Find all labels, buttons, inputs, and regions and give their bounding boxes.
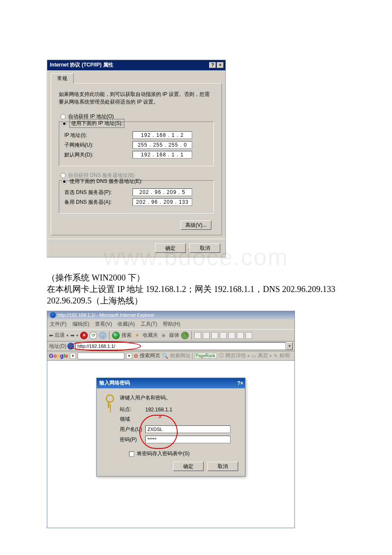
close-button[interactable]: × (217, 62, 224, 68)
mail-icon[interactable] (194, 332, 201, 339)
menu-file[interactable]: 文件(F) (50, 321, 66, 327)
separator (109, 331, 110, 340)
menu-favorites[interactable]: 收藏(A) (118, 321, 135, 327)
google-logo[interactable]: Google (49, 353, 68, 359)
google-search-web[interactable]: 搜索网页 (140, 352, 160, 359)
info-icon[interactable]: ⓘ (219, 352, 224, 359)
toolbar-favorites-label[interactable]: 收藏夹 (143, 332, 158, 339)
separator (192, 353, 193, 359)
auth-prompt: 请键入用户名和密码。 (120, 394, 238, 402)
google-dropdown[interactable]: ▼ (70, 353, 76, 359)
doc-line1: （操作系统 WIN2000 下） (47, 273, 145, 282)
menu-edit[interactable]: 编辑(E) (72, 321, 89, 327)
encoding-icon[interactable] (228, 332, 235, 339)
discuss-icon[interactable] (220, 332, 227, 339)
menu-tools[interactable]: 工具(T) (141, 321, 157, 327)
media-icon[interactable]: ◉ (160, 332, 167, 339)
forward-button[interactable]: ➡ (70, 332, 75, 338)
back-button[interactable]: ⬅后退 (49, 332, 65, 339)
dropdown-icon[interactable]: ▾ (76, 333, 78, 338)
doc-line2: 在本机网卡上设置 IP 地址 192.168.1.2；网关 192.168.1.… (47, 284, 335, 305)
google-page-info[interactable]: 网页详情 (225, 352, 246, 359)
ie-page-icon (67, 343, 74, 350)
preferred-dns-input[interactable]: 202 . 96 . 209 . 5 (133, 188, 192, 196)
key-icon (104, 394, 115, 409)
google-dropdown2[interactable]: ▼ (126, 353, 132, 359)
address-label: 地址(D) (49, 343, 66, 350)
dialog-title: Internet 协议 (TCP/IP) 属性 (50, 61, 208, 69)
username-input[interactable] (145, 425, 231, 433)
search-icon[interactable]: 🔍 (112, 332, 120, 339)
ie-window: http://192.168.1.1/ - Microsoft Internet… (47, 311, 295, 528)
radio-use-dns-label[interactable]: 使用下面的 DNS 服务器地址(E): (69, 178, 142, 185)
ok-button[interactable]: 确定 (155, 243, 186, 253)
dialog-titlebar[interactable]: Internet 协议 (TCP/IP) 属性 ? × (47, 60, 225, 70)
auth-titlebar[interactable]: 输入网络密码 ? × (97, 378, 245, 388)
google-up[interactable]: 高层 (258, 352, 268, 359)
up-icon[interactable]: ▭ (251, 353, 256, 359)
misc-icon[interactable] (245, 332, 252, 339)
tab-general[interactable]: 常规 (51, 73, 74, 84)
toolbar-search-label[interactable]: 搜索 (121, 332, 132, 339)
toolbar-media-label[interactable]: 媒体 (169, 332, 179, 339)
subnet-mask-input[interactable]: 255 . 255 . 255 . 0 (133, 141, 192, 149)
help-button[interactable]: ? (237, 380, 240, 386)
menu-bar[interactable]: 文件(F) 编辑(E) 查看(V) 收藏(A) 工具(T) 帮助(H) (47, 319, 294, 330)
realm-label: 领域 (120, 416, 145, 423)
alternate-dns-label: 备用 DNS 服务器(A): (64, 199, 133, 206)
radio-icon (61, 173, 66, 178)
default-gateway-label: 默认网关(D): (64, 151, 133, 159)
ie-titlebar[interactable]: http://192.168.1.1/ - Microsoft Internet… (47, 311, 294, 319)
radio-icon (62, 121, 67, 126)
save-password-checkbox[interactable]: 将密码存入密码表中(S) (129, 450, 238, 457)
close-button[interactable]: × (240, 380, 243, 386)
ip-address-label: IP 地址(I): (64, 132, 133, 139)
subnet-mask-label: 子网掩码(U): (64, 142, 133, 149)
description-text: 如果网络支持此功能，则可以获取自动指派的 IP 设置。否则，您需要从网络系统管理… (59, 90, 214, 106)
preferred-dns-label: 首选 DNS 服务器(P): (64, 189, 133, 196)
doc-paragraph: （操作系统 WIN2000 下） 在本机网卡上设置 IP 地址 192.168.… (47, 272, 345, 306)
radio-use-ip-label[interactable]: 使用下面的 IP 地址(S): (69, 119, 124, 128)
password-label: 密码(P) (120, 436, 145, 443)
menu-view[interactable]: 查看(V) (95, 321, 112, 327)
history-icon[interactable]: ↺ (181, 332, 189, 339)
ie-icon (50, 312, 56, 318)
google-search-input[interactable] (78, 353, 124, 359)
google-search-site[interactable]: 检索网址 (170, 352, 190, 359)
ok-button[interactable]: 确定 (173, 462, 204, 471)
refresh-icon[interactable]: ⟳ (89, 332, 97, 339)
print-icon[interactable] (203, 332, 210, 339)
cancel-button[interactable]: 取消 (190, 243, 220, 253)
pagerank-badge[interactable]: PageRank (194, 353, 217, 358)
highlight-icon[interactable]: ✎ (274, 353, 278, 359)
edit-icon[interactable] (211, 332, 218, 339)
toolbar: ⬅后退 ▾ ➡ ▾ ✕ ⟳ ⌂ 🔍 搜索 ★ 收藏夹 ◉ 媒体 ↺ (47, 330, 294, 341)
address-dropdown[interactable]: ▾ (286, 342, 293, 350)
cancel-button[interactable]: 取消 (208, 462, 238, 471)
tcpip-properties-dialog: Internet 协议 (TCP/IP) 属性 ? × 常规 如果网络支持此功能… (47, 60, 226, 257)
favorites-icon[interactable]: ★ (133, 332, 141, 339)
advanced-button[interactable]: 高级(V)... (181, 220, 211, 230)
radio-icon (62, 179, 67, 184)
password-input[interactable] (145, 436, 231, 443)
username-label: 用户名(U) (120, 426, 145, 433)
related-icon[interactable] (237, 332, 244, 339)
menu-help[interactable]: 帮助(H) (163, 321, 180, 327)
ie-title: http://192.168.1.1/ - Microsoft Internet… (58, 312, 154, 318)
address-bar: 地址(D) ▾ (47, 341, 294, 351)
default-gateway-input[interactable]: 192 . 168 . 1 . 1 (133, 151, 192, 159)
help-button[interactable]: ? (209, 62, 216, 68)
alternate-dns-input[interactable]: 202 . 96 . 209 . 133 (133, 198, 192, 206)
home-icon[interactable]: ⌂ (99, 332, 107, 339)
stop-icon[interactable]: ✕ (80, 332, 88, 339)
search-site-icon[interactable]: 🔍 (162, 353, 168, 359)
save-password-label: 将密码存入密码表中(S) (137, 450, 190, 457)
ip-address-input[interactable]: 192 . 168 . 1 . 2 (133, 131, 192, 139)
dropdown-icon[interactable]: ▾ (66, 333, 69, 338)
ie-content-area: 输入网络密码 ? × 请键入用户名和密码。 站点: 192.168.1.1 (47, 361, 294, 528)
search-web-icon[interactable]: ✿ (134, 353, 138, 359)
radio-icon (61, 114, 66, 119)
site-value: 192.168.1.1 (145, 407, 238, 413)
google-highlight[interactable]: 标明 (280, 352, 290, 359)
address-input[interactable] (75, 342, 286, 350)
